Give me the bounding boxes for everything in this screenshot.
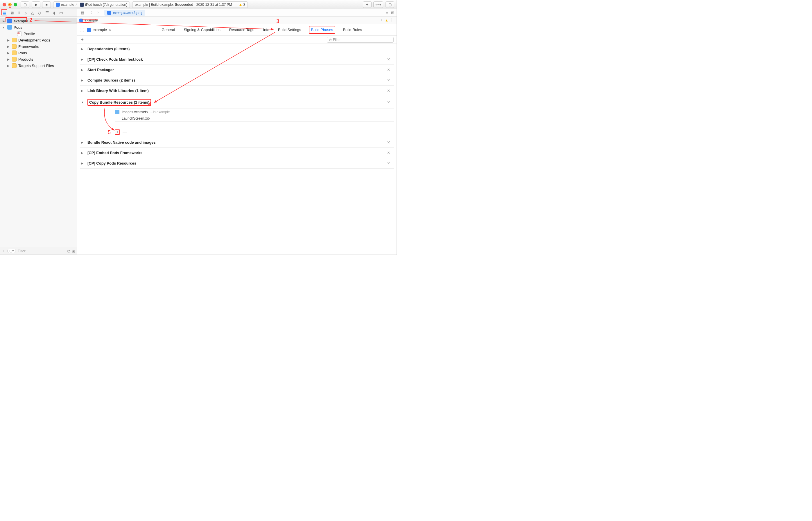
scheme-selector[interactable]: example 〉 iPod touch (7th generation) — [53, 1, 130, 8]
disclose-icon[interactable]: ▶ — [81, 79, 85, 82]
disclose-icon[interactable]: ▼ — [81, 101, 85, 104]
library-add-button[interactable]: ＋ — [363, 1, 371, 8]
nav-item-pods-project[interactable]: ▼ Pods — [0, 24, 77, 30]
toggle-navigator-button[interactable]: ▢ — [21, 1, 29, 8]
stop-button[interactable]: ■ — [42, 1, 51, 8]
tab-build-rules[interactable]: Build Rules — [342, 26, 363, 34]
disclose-icon[interactable]: ▶ — [81, 58, 85, 61]
phase-header[interactable]: ▶ Compile Sources (2 items) ✕ — [80, 75, 394, 85]
editor-options-icon[interactable]: ≡ — [386, 10, 388, 15]
scheme-target-icon — [56, 3, 60, 7]
jump-back-icon[interactable]: 〈 — [379, 18, 383, 23]
phase-header[interactable]: ▶ Dependencies (0 items) — [80, 44, 394, 54]
remove-phase-button[interactable]: ✕ — [385, 140, 392, 144]
disclose-icon[interactable]: ▶ — [81, 47, 85, 50]
phase-header[interactable]: ▶ [CP] Copy Pods Resources ✕ — [80, 158, 394, 168]
disclose-icon[interactable]: ▶ — [81, 68, 85, 71]
test-navigator-icon[interactable]: ◇ — [38, 10, 41, 15]
tab-build-settings[interactable]: Build Settings — [277, 26, 302, 34]
project-navigator-icon[interactable]: ▤ — [3, 10, 6, 15]
disclose-icon[interactable]: ▶ — [7, 39, 10, 42]
disclose-icon[interactable]: ▶ — [7, 51, 10, 54]
minimize-window-button[interactable] — [8, 3, 12, 6]
toggle-inspectors-button[interactable]: ▢ — [386, 1, 394, 8]
add-files-button[interactable]: ＋ — [2, 248, 5, 253]
phase-title: Bundle React Native code and images — [87, 140, 156, 144]
phases-filter-field[interactable]: ⊜ Filter — [327, 37, 394, 43]
disclose-icon[interactable]: ▼ — [2, 26, 5, 29]
disclose-icon[interactable]: ▶ — [7, 64, 10, 67]
scm-filter-icon[interactable]: ▣ — [72, 249, 75, 253]
phase-header[interactable]: ▶ Start Packager ✕ — [80, 65, 394, 75]
project-icon — [7, 25, 12, 30]
add-phase-button[interactable]: ＋ — [80, 37, 85, 43]
remove-phase-button[interactable]: ✕ — [385, 161, 392, 165]
cbr-row-images-xcassets[interactable]: Images.xcassets ...in example — [115, 109, 394, 115]
breadcrumb-warning-icon[interactable]: ▲ — [385, 18, 388, 22]
nav-back-button[interactable]: 〈 — [87, 10, 93, 15]
phase-header[interactable]: ▶ [CP] Embed Pods Frameworks ✕ — [80, 148, 394, 158]
disclose-icon[interactable]: ▶ — [81, 141, 85, 144]
status-prefix: example | Build example: — [135, 3, 174, 7]
recent-filter-icon[interactable]: ◔ — [67, 249, 70, 253]
warnings-badge[interactable]: ▲ 3 — [239, 2, 245, 7]
debug-navigator-icon[interactable]: ☰ — [45, 10, 49, 15]
phase-header[interactable]: ▼ Copy Bundle Resources (2 items) ✕ — [80, 96, 394, 109]
source-control-navigator-icon[interactable]: ⊠ — [10, 10, 14, 15]
nav-item-development-pods[interactable]: ▶ Development Pods — [0, 37, 77, 43]
scheme-target-label: example — [61, 3, 74, 7]
breadcrumb-project[interactable]: example — [85, 18, 98, 22]
symbol-navigator-icon[interactable]: ⌗ — [18, 10, 20, 15]
issue-navigator-icon[interactable]: △ — [31, 10, 34, 15]
jump-forward-icon[interactable]: 〉 — [391, 18, 394, 23]
tab-signing[interactable]: Signing & Capabilities — [183, 26, 221, 34]
add-editor-icon[interactable]: ⊞ — [391, 10, 394, 15]
phase-title: [CP] Check Pods Manifest.lock — [87, 57, 143, 62]
find-navigator-icon[interactable]: ⌕ — [24, 10, 27, 15]
disclose-icon[interactable]: ▶ — [7, 58, 10, 61]
nav-forward-button[interactable]: 〉 — [96, 10, 102, 15]
activity-status[interactable]: example | Build example: Succeeded | 202… — [132, 1, 248, 8]
remove-resource-button[interactable]: — — [122, 130, 128, 135]
phase-header[interactable]: ▶ Bundle React Native code and images ✕ — [80, 137, 394, 148]
remove-phase-button[interactable]: ✕ — [385, 100, 392, 105]
disclose-icon[interactable]: ▶ — [7, 45, 10, 48]
add-resource-button[interactable]: ＋ — [115, 130, 120, 135]
disclose-icon[interactable]: ▶ — [2, 19, 5, 23]
remove-phase-button[interactable]: ✕ — [385, 89, 392, 93]
remove-phase-button[interactable]: ✕ — [385, 151, 392, 155]
nav-item-products[interactable]: ▶ Products — [0, 56, 77, 62]
remove-phase-button[interactable]: ✕ — [385, 68, 392, 72]
remove-phase-button[interactable]: ✕ — [385, 78, 392, 83]
nav-item-example-project[interactable]: ▶ example — [0, 18, 77, 24]
phase-header[interactable]: ▶ [CP] Check Pods Manifest.lock ✕ — [80, 54, 394, 64]
target-popup[interactable]: example ⇅ — [87, 28, 111, 32]
breakpoint-navigator-icon[interactable]: ◖ — [53, 10, 55, 15]
disclose-icon[interactable]: ▶ — [81, 151, 85, 154]
tab-build-phases[interactable]: Build Phases — [309, 26, 336, 34]
disclose-icon[interactable]: ▶ — [81, 89, 85, 92]
disclose-icon[interactable]: ▶ — [81, 162, 85, 165]
tab-general[interactable]: General — [161, 26, 176, 34]
nav-item-targets-support-files[interactable]: ▶ Targets Support Files — [0, 62, 77, 69]
phase-header[interactable]: ▶ Link Binary With Libraries (1 item) ✕ — [80, 86, 394, 96]
tab-resource-tags[interactable]: Resource Tags — [228, 26, 255, 34]
navigator-filter-bar: ＋ ▢▾ ◔ ▣ — [0, 247, 77, 254]
nav-item-podfile[interactable]: rb Podfile — [0, 30, 77, 37]
filter-scope-button[interactable]: ▢▾ — [7, 249, 16, 253]
nav-item-frameworks[interactable]: ▶ Frameworks — [0, 43, 77, 50]
report-navigator-icon[interactable]: ▭ — [59, 10, 63, 15]
related-items-icon[interactable]: ▦ — [79, 10, 85, 15]
zoom-window-button[interactable] — [14, 3, 17, 6]
tab-info[interactable]: Info — [262, 26, 271, 34]
cbr-row-launchscreen-xib[interactable]: LaunchScreen.xib — [115, 115, 394, 121]
targets-list-toggle[interactable] — [80, 28, 84, 32]
open-tab-xcodeproj[interactable]: example.xcodeproj — [104, 10, 145, 16]
close-window-button[interactable] — [3, 3, 6, 6]
navigator-filter-input[interactable] — [18, 249, 65, 253]
run-button[interactable]: ▶ — [32, 1, 40, 8]
code-review-button[interactable]: ↩↪ — [373, 1, 383, 8]
build-phases-list: ▶ Dependencies (0 items) ▶ [CP] Check Po… — [77, 44, 397, 180]
nav-item-pods-folder[interactable]: ▶ Pods — [0, 50, 77, 56]
remove-phase-button[interactable]: ✕ — [385, 57, 392, 62]
